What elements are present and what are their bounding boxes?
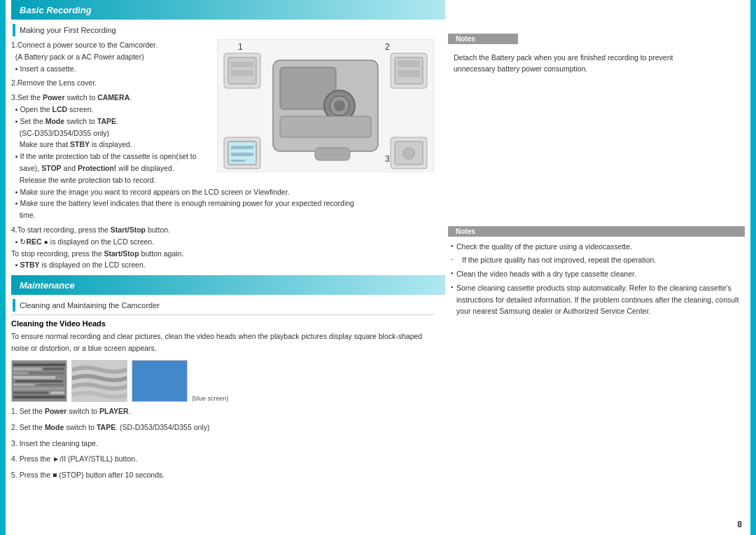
sub-section-bar-2	[13, 299, 15, 312]
svg-rect-39	[13, 391, 48, 394]
divider	[11, 314, 434, 315]
svg-rect-26	[231, 153, 253, 156]
cleaning-images-area: (blue screen)	[11, 360, 434, 402]
svg-rect-35	[15, 380, 63, 382]
basic-recording-header: Basic Recording	[11, 0, 445, 20]
cleaning-maintaining-label: Cleaning and Maintaining the Camcorder	[20, 301, 160, 310]
basic-recording-notes-box: Notes	[448, 34, 518, 44]
basic-recording-title: Basic Recording	[20, 5, 92, 15]
cleaning-step-5: 5. Press the ■ (STOP) button after 10 se…	[11, 468, 434, 482]
svg-point-9	[334, 100, 345, 111]
svg-text:3: 3	[385, 154, 390, 164]
sub-section-bar	[13, 24, 15, 36]
blue-screen-label: (blue screen)	[192, 395, 229, 402]
maintenance-notes-box: Notes	[448, 226, 745, 237]
left-cyan-bar	[0, 0, 6, 535]
maintenance-header: Maintenance	[11, 275, 445, 295]
maintenance-note-2: Clean the video heads with a dry type ca…	[451, 268, 745, 280]
maintenance-notes-label: Notes	[449, 227, 744, 236]
cleaning-step-1: 1. Set the Power switch to PLAYER.	[11, 405, 434, 418]
cleaning-steps-list: 1. Set the Power switch to PLAYER. 2. Se…	[11, 405, 434, 482]
svg-text:2: 2	[385, 42, 390, 52]
svg-rect-25	[231, 146, 253, 149]
cleaning-description-text: To ensure normal recording and clear pic…	[11, 331, 434, 354]
svg-rect-10	[280, 116, 371, 137]
cleaning-image-wavy	[71, 360, 127, 402]
svg-rect-33	[29, 372, 64, 375]
cleaning-maintaining-header: Cleaning and Maintaining the Camcorder	[11, 299, 434, 312]
sub-section-label: Making your First Recording	[20, 26, 116, 34]
svg-rect-21	[231, 62, 253, 67]
svg-rect-43	[132, 361, 187, 401]
cleaning-step-4: 4. Press the ►/II (PLAY/STILL) button.	[11, 452, 434, 466]
svg-rect-31	[43, 368, 64, 370]
basic-recording-notes-content: Detach the Battery pack when you are fin…	[448, 48, 714, 79]
svg-rect-34	[13, 376, 55, 379]
making-first-recording-header: Making your First Recording	[11, 24, 434, 36]
maintenance-notes-area: Notes Check the quality of the picture u…	[448, 86, 745, 530]
cleaning-video-heads-heading: Cleaning the Video Heads	[11, 319, 434, 328]
maintenance-section: Maintenance Cleaning and Maintaining the…	[11, 275, 434, 482]
cleaning-step-2: 2. Set the Mode switch to TAPE. (SD-D353…	[11, 421, 434, 434]
svg-rect-29	[13, 363, 65, 366]
svg-rect-36	[13, 384, 34, 386]
right-cyan-bar	[750, 0, 756, 535]
cleaning-step-3: 3. Insert the cleaning tape.	[11, 437, 434, 450]
page-number: 8	[737, 520, 742, 529]
basic-recording-content: 1 2 3 4	[11, 39, 434, 271]
maintenance-note-3: Some cleaning cassette products stop aut…	[451, 282, 745, 317]
svg-point-18	[403, 148, 414, 159]
maintenance-notes-list: Check the quality of the picture using a…	[448, 241, 745, 320]
svg-rect-15	[398, 70, 420, 77]
svg-rect-11	[315, 148, 350, 160]
basic-recording-notes-label: Notes	[449, 34, 517, 43]
maintenance-title: Maintenance	[20, 280, 75, 291]
svg-rect-32	[13, 372, 27, 375]
svg-text:1: 1	[238, 42, 243, 52]
svg-rect-40	[50, 391, 64, 394]
svg-rect-14	[398, 60, 420, 67]
svg-rect-38	[13, 387, 65, 390]
svg-rect-22	[231, 70, 253, 76]
svg-rect-41	[13, 396, 65, 398]
camera-diagram-area: 1 2 3 4	[217, 39, 434, 172]
svg-rect-30	[13, 368, 41, 370]
svg-rect-37	[36, 384, 64, 386]
maintenance-note-1a: If the picture quality has not improved,…	[451, 254, 745, 266]
cleaning-image-noisy	[11, 360, 67, 402]
svg-rect-27	[231, 160, 245, 162]
basic-recording-notes-area: Notes Detach the Battery pack when you a…	[448, 34, 745, 79]
right-column: Notes Detach the Battery pack when you a…	[440, 0, 750, 535]
cleaning-description: To ensure normal recording and clear pic…	[11, 331, 434, 354]
basic-recording-notes-text: Detach the Battery pack when you are fin…	[454, 53, 673, 73]
cleaning-image-blue-screen	[132, 360, 188, 402]
maintenance-note-1: Check the quality of the picture using a…	[451, 241, 745, 253]
